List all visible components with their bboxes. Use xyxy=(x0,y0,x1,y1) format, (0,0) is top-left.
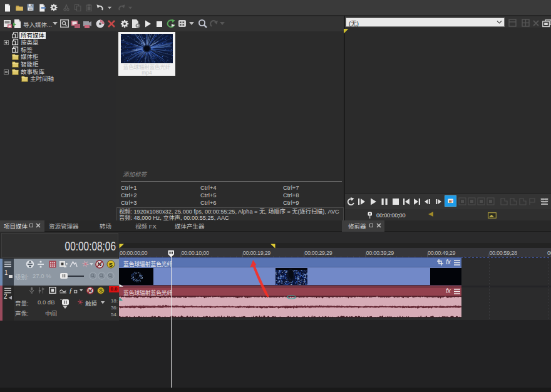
svg-text:S: S xyxy=(109,261,113,268)
svg-text:S: S xyxy=(99,287,103,294)
svg-text:f: f xyxy=(70,287,73,294)
